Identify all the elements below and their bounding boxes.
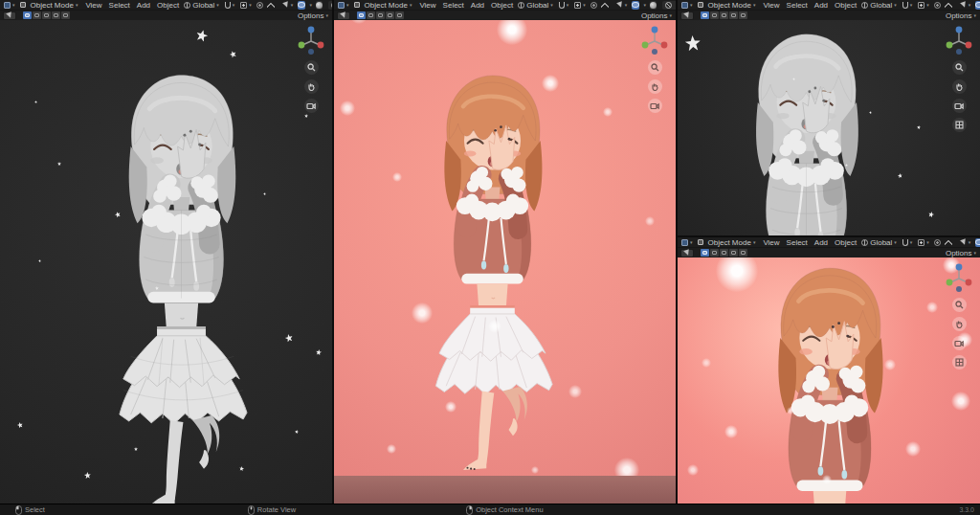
snap-toggle[interactable]: ▾ — [902, 239, 914, 246]
options-dropdown[interactable]: Options ▾ — [297, 11, 329, 20]
navigation-axis-gizmo[interactable] — [297, 25, 325, 56]
menu-add[interactable]: Add — [814, 238, 828, 247]
navigation-axis-gizmo[interactable] — [945, 262, 973, 293]
zoom-tool-button[interactable] — [952, 60, 967, 75]
select-mode-extend-button[interactable] — [33, 11, 41, 19]
proportional-falloff-icon[interactable] — [945, 239, 952, 246]
xray-toggle[interactable] — [650, 1, 657, 10]
transform-orientation-dropdown[interactable]: Global ▾ — [860, 238, 898, 247]
transform-orientation-dropdown[interactable]: Global ▾ — [860, 1, 898, 10]
menu-object[interactable]: Object — [157, 1, 179, 10]
mode-dropdown[interactable]: Object Mode ▾ — [364, 1, 413, 10]
menu-view[interactable]: View — [85, 1, 101, 10]
xray-toggle[interactable] — [316, 1, 323, 10]
proportional-editing-icon[interactable] — [934, 239, 941, 246]
viewport-canvas[interactable] — [0, 20, 332, 504]
menu-view[interactable]: View — [419, 1, 435, 10]
menu-select[interactable]: Select — [787, 1, 808, 10]
options-dropdown[interactable]: Options ▾ — [945, 249, 977, 258]
gizmo-dropdown[interactable]: ▾ — [282, 2, 295, 8]
toggle-ortho-button[interactable] — [952, 118, 967, 132]
camera-view-button[interactable] — [304, 99, 319, 113]
select-mode-subtract-button[interactable] — [42, 11, 51, 19]
menu-view[interactable]: View — [763, 1, 779, 10]
select-mode-subtract-button[interactable] — [720, 11, 728, 19]
select-mode-intersect-button[interactable] — [739, 11, 747, 19]
proportional-falloff-icon[interactable] — [601, 2, 609, 9]
select-mode-extend-button[interactable] — [710, 11, 719, 19]
navigation-axis-gizmo[interactable] — [945, 25, 973, 56]
proportional-falloff-icon[interactable] — [945, 2, 952, 9]
editor-type-button[interactable]: ▾ — [680, 239, 694, 246]
select-mode-intersect-button[interactable] — [61, 11, 70, 19]
show-overlays-toggle[interactable] — [975, 238, 980, 247]
menu-view[interactable]: View — [763, 238, 779, 247]
options-dropdown[interactable]: Options ▾ — [945, 11, 977, 20]
select-mode-intersect-button[interactable] — [739, 249, 747, 257]
camera-view-button[interactable] — [952, 336, 967, 350]
snap-settings-dropdown[interactable]: ▾ — [239, 2, 253, 9]
toggle-ortho-button[interactable] — [952, 355, 967, 369]
camera-view-button[interactable] — [952, 99, 967, 113]
viewport-canvas[interactable] — [678, 258, 980, 504]
pan-tool-button[interactable] — [304, 79, 319, 94]
select-mode-set-button[interactable] — [23, 11, 32, 19]
select-mode-set-button[interactable] — [701, 11, 709, 19]
zoom-tool-button[interactable] — [304, 60, 319, 75]
shading-wireframe-button[interactable] — [328, 1, 332, 10]
select-mode-invert-button[interactable] — [386, 11, 394, 19]
pan-tool-button[interactable] — [952, 317, 967, 331]
active-tool-button[interactable] — [680, 249, 694, 258]
zoom-tool-button[interactable] — [648, 60, 662, 75]
select-mode-set-button[interactable] — [357, 11, 366, 19]
select-mode-set-button[interactable] — [701, 249, 709, 257]
pan-tool-button[interactable] — [952, 79, 967, 94]
menu-select[interactable]: Select — [787, 238, 808, 247]
show-overlays-toggle[interactable] — [298, 1, 305, 10]
menu-select[interactable]: Select — [109, 1, 130, 10]
active-tool-button[interactable] — [680, 11, 694, 20]
menu-add[interactable]: Add — [814, 1, 828, 10]
select-mode-invert-button[interactable] — [729, 249, 738, 257]
proportional-falloff-icon[interactable] — [267, 2, 275, 9]
snap-toggle[interactable]: ▾ — [224, 2, 236, 9]
gizmo-dropdown[interactable]: ▾ — [960, 239, 972, 245]
active-tool-button[interactable] — [337, 11, 350, 20]
snap-settings-dropdown[interactable]: ▾ — [917, 2, 930, 9]
menu-add[interactable]: Add — [137, 1, 150, 10]
editor-type-button[interactable]: ▾ — [337, 2, 350, 9]
transform-orientation-dropdown[interactable]: Global ▾ — [183, 1, 220, 10]
pan-tool-button[interactable] — [648, 79, 662, 94]
gizmo-dropdown[interactable]: ▾ — [616, 2, 629, 8]
viewport-canvas[interactable] — [334, 20, 676, 504]
proportional-editing-icon[interactable] — [590, 2, 597, 9]
menu-add[interactable]: Add — [471, 1, 484, 10]
mode-dropdown[interactable]: Object Mode ▾ — [30, 1, 79, 10]
snap-toggle[interactable]: ▾ — [902, 2, 914, 9]
menu-object[interactable]: Object — [491, 1, 513, 10]
select-mode-intersect-button[interactable] — [395, 11, 404, 19]
viewport-canvas[interactable] — [678, 20, 980, 235]
shading-solid-button[interactable] — [675, 1, 676, 10]
editor-type-button[interactable]: ▾ — [680, 2, 694, 9]
zoom-tool-button[interactable] — [952, 298, 967, 312]
anime-girl-character[interactable] — [699, 20, 914, 235]
mode-dropdown[interactable]: Object Mode ▾ — [707, 238, 757, 247]
mode-dropdown[interactable]: Object Mode ▾ — [707, 1, 757, 10]
proportional-editing-icon[interactable] — [256, 2, 263, 9]
anime-girl-character[interactable] — [69, 56, 294, 504]
shading-wireframe-button[interactable] — [662, 1, 675, 10]
menu-object[interactable]: Object — [835, 1, 857, 10]
show-overlays-toggle[interactable] — [975, 1, 980, 10]
transform-orientation-dropdown[interactable]: Global ▾ — [517, 1, 554, 10]
show-overlays-toggle[interactable] — [632, 1, 639, 10]
select-mode-extend-button[interactable] — [367, 11, 375, 19]
anime-girl-character[interactable] — [720, 258, 940, 504]
menu-select[interactable]: Select — [443, 1, 464, 10]
select-mode-subtract-button[interactable] — [720, 249, 728, 257]
select-mode-invert-button[interactable] — [729, 11, 738, 19]
menu-object[interactable]: Object — [835, 238, 857, 247]
anime-girl-character[interactable] — [390, 58, 595, 470]
proportional-editing-icon[interactable] — [934, 2, 941, 9]
snap-settings-dropdown[interactable]: ▾ — [917, 239, 930, 246]
